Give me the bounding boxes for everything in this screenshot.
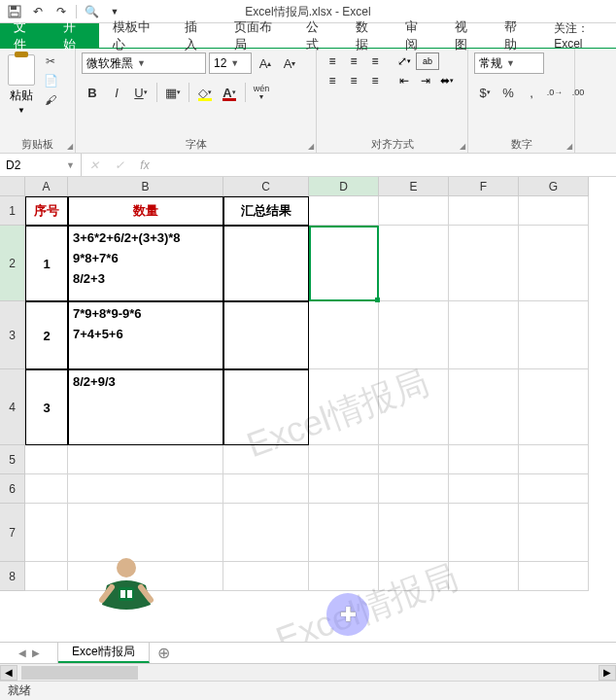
tab-home[interactable]: 开始 [50,23,99,48]
cell-num-1[interactable]: 1 [25,226,68,301]
cell-result-3[interactable] [223,369,309,445]
cell-data-3[interactable]: 8/2+9/3 [68,369,223,445]
orientation-button[interactable]: ⤢▾ [394,52,414,70]
increase-decimal-button[interactable]: .0→ [544,82,565,103]
cell-F3[interactable] [449,301,519,369]
cell-C7[interactable] [223,504,309,562]
cell-D4[interactable] [309,369,379,445]
cell-F1[interactable] [449,196,519,226]
tab-file[interactable]: 文件 [0,23,50,48]
cell-D5[interactable] [309,445,379,474]
alignment-launcher[interactable]: ◢ [460,142,465,151]
cell-G6[interactable] [519,474,589,504]
col-header-F[interactable]: F [449,177,519,196]
number-launcher[interactable]: ◢ [566,142,572,151]
tab-view[interactable]: 视图 [441,23,491,48]
increase-font-button[interactable]: A▴ [255,52,276,74]
italic-button[interactable]: I [106,82,127,103]
align-right-button[interactable]: ≡ [365,72,385,89]
col-header-D[interactable]: D [309,177,379,196]
bold-button[interactable]: B [82,82,103,103]
cell-E8[interactable] [379,562,449,591]
scroll-thumb[interactable] [21,666,138,680]
cell-G5[interactable] [519,445,589,474]
cell-b1[interactable]: 数量 [68,196,223,226]
cell-G2[interactable] [519,226,589,301]
align-bottom-button[interactable]: ≡ [365,52,385,70]
cell-F2[interactable] [449,226,519,301]
cell-E4[interactable] [379,369,449,445]
row-header-8[interactable]: 8 [0,562,25,591]
col-header-C[interactable]: C [223,177,309,196]
select-all-corner[interactable] [0,177,25,196]
row-header-6[interactable]: 6 [0,474,25,504]
tab-formulas[interactable]: 公式 [292,23,342,48]
tab-data[interactable]: 数据 [342,23,392,48]
cell-E7[interactable] [379,504,449,562]
cell-data-2[interactable]: 7*9+8*9-9*67+4+5+6 [68,301,223,369]
comma-button[interactable]: , [521,82,542,103]
font-name-combo[interactable]: 微软雅黑▼ [82,52,206,74]
copy-button[interactable]: 📄 [41,72,60,89]
cell-A7[interactable] [25,504,68,562]
format-painter-button[interactable]: 🖌 [41,91,60,109]
cell-D6[interactable] [309,474,379,504]
tab-about[interactable]: 关注：Excel [540,23,616,48]
cell-D1[interactable] [309,196,379,226]
cell-E1[interactable] [379,196,449,226]
cell-a1[interactable]: 序号 [25,196,68,226]
align-top-button[interactable]: ≡ [323,52,342,70]
scroll-right-button[interactable]: ▶ [599,665,616,681]
cell-G4[interactable] [519,369,589,445]
cell-B6[interactable] [68,474,223,504]
underline-button[interactable]: U▾ [130,82,152,103]
cell-data-1[interactable]: 3+6*2+6/2+(3+3)*89*8+7*68/2+3 [68,226,223,301]
row-header-5[interactable]: 5 [0,445,25,474]
scroll-left-button[interactable]: ◀ [0,665,17,681]
cell-E6[interactable] [379,474,449,504]
row-header-7[interactable]: 7 [0,504,25,562]
name-box[interactable]: D2▼ [0,154,82,176]
decrease-font-button[interactable]: A▾ [279,52,300,74]
font-size-combo[interactable]: 12▼ [209,52,252,74]
cell-D8[interactable] [309,562,379,591]
cell-G1[interactable] [519,196,589,226]
cell-G7[interactable] [519,504,589,562]
cell-D2[interactable] [309,226,379,301]
cell-A8[interactable] [25,562,68,591]
cell-G8[interactable] [519,562,589,591]
clipboard-launcher[interactable]: ◢ [67,142,73,151]
row-header-4[interactable]: 4 [0,369,25,445]
tab-help[interactable]: 帮助 [491,23,540,48]
decrease-decimal-button[interactable]: .00 [567,82,589,103]
cell-result-1[interactable] [223,226,309,301]
borders-button[interactable]: ▦▾ [162,82,184,103]
sheet-nav-prev[interactable]: ◀ [18,648,26,658]
cell-C8[interactable] [223,562,309,591]
currency-button[interactable]: $▾ [474,82,496,103]
number-format-combo[interactable]: 常规▼ [474,52,544,74]
enter-formula-button[interactable]: ✓ [107,154,132,176]
cell-result-2[interactable] [223,301,309,369]
percent-button[interactable]: % [497,82,519,103]
paste-button[interactable]: 粘贴 ▼ [6,52,37,117]
cell-F6[interactable] [449,474,519,504]
cell-E3[interactable] [379,301,449,369]
cell-num-3[interactable]: 3 [25,369,68,445]
cell-F8[interactable] [449,562,519,591]
wrap-text-button[interactable]: ab [416,52,439,70]
font-launcher[interactable]: ◢ [308,142,314,151]
cell-C6[interactable] [223,474,309,504]
cancel-formula-button[interactable]: ✕ [82,154,107,176]
cell-F5[interactable] [449,445,519,474]
col-header-E[interactable]: E [379,177,449,196]
cell-F7[interactable] [449,504,519,562]
align-left-button[interactable]: ≡ [323,72,342,89]
cut-button[interactable]: ✂ [41,52,60,70]
cell-D3[interactable] [309,301,379,369]
fx-button[interactable]: fx [132,154,157,176]
cell-E2[interactable] [379,226,449,301]
cell-A6[interactable] [25,474,68,504]
col-header-G[interactable]: G [519,177,589,196]
cell-num-2[interactable]: 2 [25,301,68,369]
